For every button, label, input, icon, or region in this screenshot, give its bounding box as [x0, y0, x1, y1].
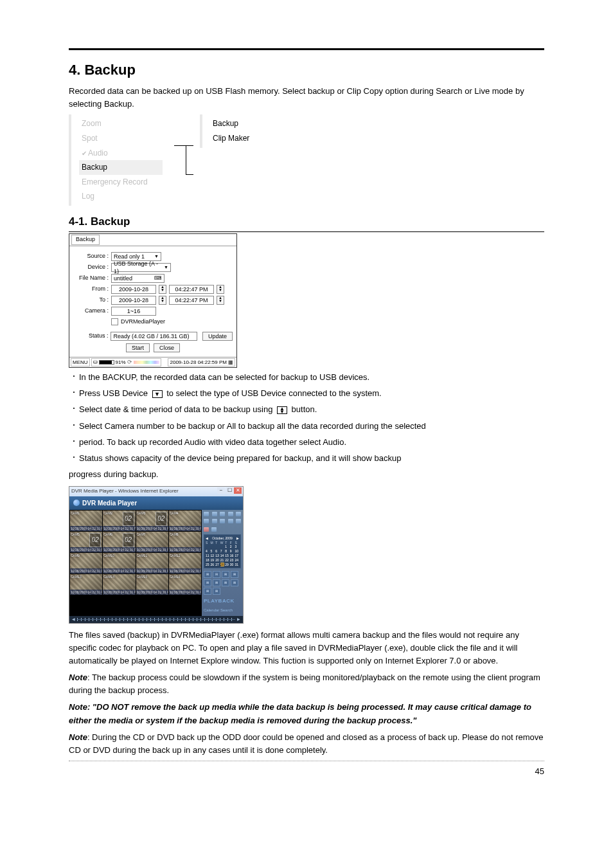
camera-tile[interactable]: CAM210/28/2009 04:22:10 PM02 [103, 511, 135, 531]
calendar-day[interactable]: 21 [220, 558, 225, 562]
calendar-day[interactable]: 10 [235, 549, 239, 553]
camera-tile[interactable]: CAM810/28/2009 04:22:10 PM [169, 532, 201, 552]
calendar-day[interactable]: 18 [206, 558, 210, 562]
close-icon[interactable]: ✕ [234, 487, 242, 494]
side-button[interactable] [228, 519, 233, 523]
to-time-field[interactable]: 04:22:47 PM [169, 296, 214, 305]
start-button[interactable]: Start [126, 343, 150, 352]
menu-item[interactable]: ✔Audio [79, 146, 163, 161]
layout-icon[interactable]: ⊞ [213, 588, 220, 595]
calendar-day[interactable]: 8 [225, 549, 229, 553]
layout-icon[interactable]: ⊞ [222, 579, 229, 586]
side-button[interactable] [236, 512, 241, 516]
layout-icon[interactable]: ⊞ [204, 579, 211, 586]
side-button[interactable] [204, 519, 209, 523]
camera-tile[interactable]: CAM1510/28/2009 04:22:10 PM [136, 574, 168, 595]
camera-tile[interactable]: CAM510/28/2009 04:22:10 PM02 [70, 532, 102, 552]
camera-tile[interactable]: CAM710/28/2009 04:22:10 PM [136, 532, 168, 552]
menu-item[interactable]: Emergency Record [79, 175, 163, 190]
calendar-day[interactable]: 31 [235, 563, 239, 566]
close-button[interactable]: Close [154, 343, 180, 352]
layout-icon[interactable]: ⊞ [213, 579, 220, 586]
calendar-day[interactable]: 2 [230, 545, 235, 548]
minimize-icon[interactable]: − [217, 487, 225, 494]
calendar-day[interactable]: 23 [230, 558, 235, 562]
calendar-day[interactable]: 20 [215, 558, 220, 562]
calendar-day[interactable]: 15 [225, 554, 229, 557]
menu-button[interactable]: MENU [71, 358, 90, 366]
side-button[interactable] [212, 519, 217, 523]
power-icon[interactable] [211, 527, 217, 532]
calendar-day[interactable]: 3 [235, 545, 239, 548]
camera-tile[interactable]: CAM110/28/2009 04:22:10 PM [70, 511, 102, 531]
calendar-day[interactable]: 12 [211, 554, 215, 557]
menu-item[interactable]: Log [79, 189, 163, 204]
layout-icon[interactable]: ⊞ [231, 579, 238, 586]
camera-tile[interactable]: CAM1210/28/2009 04:22:10 PM [169, 553, 201, 574]
from-time-field[interactable]: 04:22:47 PM [169, 285, 214, 294]
time-spinner[interactable]: ▲▼ [217, 285, 224, 294]
camera-tile[interactable]: CAM610/28/2009 04:22:10 PM02 [103, 532, 135, 552]
menu-item[interactable]: Zoom [79, 116, 163, 131]
calendar-day[interactable]: 4 [206, 549, 210, 553]
camera-tile[interactable]: CAM910/28/2009 04:22:10 PM [70, 553, 102, 574]
calendar-day[interactable]: 7 [220, 549, 225, 553]
date-spinner[interactable]: ▲▼ [159, 296, 166, 305]
calendar-day[interactable]: 13 [215, 554, 220, 557]
calendar-day[interactable]: 11 [206, 554, 210, 557]
calendar-day[interactable]: 27 [215, 563, 220, 566]
camera-tile[interactable]: CAM1610/28/2009 04:22:10 PM [169, 574, 201, 595]
calendar-day[interactable]: 1 [225, 545, 229, 548]
prev-month-icon[interactable]: ◀ [206, 536, 208, 540]
side-button[interactable] [204, 512, 209, 516]
camera-tile[interactable]: CAM1010/28/2009 04:22:10 PM [103, 553, 135, 574]
camera-tile[interactable]: CAM1310/28/2009 04:22:10 PM [70, 574, 102, 595]
calendar-day[interactable]: 5 [211, 549, 215, 553]
camera-tile[interactable]: CAM310/28/2009 04:22:10 PM02 [136, 511, 168, 531]
play-icon[interactable] [204, 527, 209, 532]
camera-tile[interactable]: CAM410/28/2009 04:22:10 PM [169, 511, 201, 531]
camera-tile[interactable]: CAM1110/28/2009 04:22:10 PM [136, 553, 168, 574]
calendar-day[interactable]: 22 [225, 558, 229, 562]
calendar-day[interactable]: 14 [220, 554, 225, 557]
calendar-day[interactable]: 24 [235, 558, 239, 562]
calendar-day[interactable]: 30 [230, 563, 235, 566]
layout-icon[interactable]: ⊞ [222, 571, 229, 578]
date-spinner[interactable]: ▲▼ [159, 285, 166, 294]
maximize-icon[interactable]: ☐ [226, 487, 233, 494]
calendar-day[interactable]: 17 [235, 554, 239, 557]
side-button[interactable] [228, 512, 233, 516]
calendar-day[interactable]: 25 [206, 563, 210, 566]
next-month-icon[interactable]: ▶ [236, 536, 239, 540]
camera-tile[interactable]: CAM1410/28/2009 04:22:10 PM [103, 574, 135, 595]
menu-item[interactable]: Backup [79, 160, 163, 175]
layout-icon[interactable]: ⊞ [204, 588, 211, 595]
side-button[interactable] [236, 519, 241, 523]
calendar-day[interactable]: 9 [230, 549, 235, 553]
timeline-next-icon[interactable]: ▶ [237, 617, 240, 622]
from-date-field[interactable]: 2009-10-28 [111, 285, 156, 294]
calendar-day[interactable]: 6 [215, 549, 220, 553]
device-dropdown[interactable]: USB Storage (A - 1) ▼ [111, 263, 171, 272]
side-button[interactable] [220, 512, 225, 516]
calendar-day[interactable]: 26 [211, 563, 215, 566]
time-spinner[interactable]: ▲▼ [217, 296, 224, 305]
layout-icon[interactable]: ⊞ [231, 571, 238, 578]
submenu-item[interactable]: Clip Maker [210, 131, 268, 146]
to-date-field[interactable]: 2009-10-28 [111, 296, 156, 305]
calendar-day[interactable]: 16 [230, 554, 235, 557]
filename-field[interactable]: untitled ⌨ [111, 274, 164, 283]
layout-icon[interactable]: ⊟ [213, 571, 220, 578]
side-button[interactable] [220, 519, 225, 523]
menu-item[interactable]: Spot [79, 131, 163, 146]
timeline-prev-icon[interactable]: ◀ [72, 617, 75, 622]
camera-field[interactable]: 1~16 [111, 307, 156, 316]
layout-icon[interactable]: ⊞ [204, 571, 211, 578]
calendar-day[interactable]: 28 [220, 563, 225, 566]
side-button[interactable] [212, 512, 217, 516]
submenu-item[interactable]: Backup [210, 116, 268, 131]
calendar-day[interactable]: 29 [225, 563, 229, 566]
dvrmp-checkbox[interactable]: DVRMediaPlayer [111, 318, 165, 327]
player-timeline[interactable]: ◀ ▶ [69, 616, 243, 623]
update-button[interactable]: Update [202, 332, 233, 341]
